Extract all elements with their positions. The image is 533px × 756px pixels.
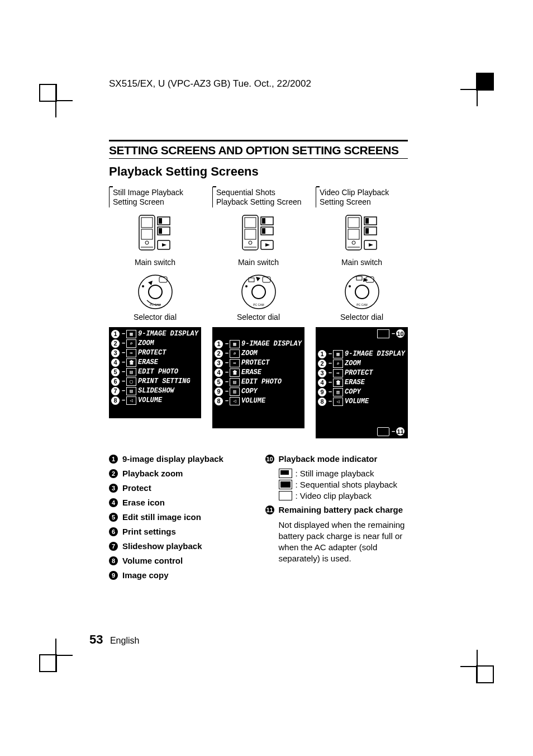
page-language: English	[110, 636, 139, 645]
lcd-screen-still: 1–▦9-IMAGE DISPLAY 2–⌕ZOOM 3–⊸PROTECT 4–…	[109, 327, 201, 418]
lcd-screen-video: –10 1–▦9-IMAGE DISPLAY 2–⌕ZOOM 3–⊸PROTEC…	[316, 327, 408, 438]
legend-battery: 11Remaining battery pack charge	[265, 505, 408, 514]
svg-rect-14	[159, 277, 167, 282]
col-video: Video Clip Playback Setting Screen	[316, 187, 408, 438]
svg-rect-37	[348, 229, 359, 239]
page-footer: 53 English	[89, 632, 139, 647]
svg-marker-9	[162, 243, 166, 247]
svg-text:PC CAM: PC CAM	[356, 303, 367, 306]
col-still-image: Still Image Playback Setting Screen	[109, 187, 201, 438]
svg-text:PC CAM: PC CAM	[253, 303, 264, 306]
svg-rect-22	[262, 218, 265, 224]
section-title: SETTING SCREENS AND OPTION SETTING SCREE…	[109, 144, 408, 157]
crop-mark-tr	[460, 73, 494, 106]
lcd-screen-sequential: 1–▦9-IMAGE DISPLAY 2–⌕ZOOM 3–⊸PROTECT 4–…	[212, 327, 304, 428]
mode-sequential-icon: : Sequential shots playback	[279, 480, 408, 489]
svg-marker-16	[148, 281, 153, 285]
svg-rect-31	[263, 277, 270, 282]
doc-header: SX515/EX, U (VPC-AZ3 GB) Tue. Oct., 22/2…	[109, 78, 408, 89]
main-switch-icon	[242, 215, 275, 253]
svg-marker-26	[265, 243, 270, 247]
selector-dial-label: Selector dial	[109, 313, 201, 322]
svg-point-3	[145, 241, 149, 244]
main-switch-icon	[345, 215, 379, 253]
diagram-row: Still Image Playback Setting Screen	[109, 187, 408, 438]
legend-battery-body: Not displayed when the remaining battery…	[279, 519, 408, 565]
page-number: 53	[89, 632, 103, 646]
svg-point-38	[352, 241, 355, 244]
svg-point-12	[149, 285, 162, 299]
svg-point-13	[142, 285, 144, 287]
mode-video-icon: : Video clip playback	[279, 491, 408, 500]
legend-left: 19-image display playback 2Playback zoom…	[109, 454, 252, 585]
svg-point-30	[245, 285, 248, 287]
svg-text:PC CAM: PC CAM	[150, 303, 160, 306]
selector-dial-icon: PC CAM	[212, 272, 304, 311]
col-sequential: Sequential Shots Playback Setting Screen	[212, 187, 304, 438]
svg-rect-5	[159, 218, 162, 224]
svg-rect-52	[356, 276, 362, 280]
page: SX515/EX, U (VPC-AZ3 GB) Tue. Oct., 22/2…	[0, 0, 533, 756]
crop-mark-br	[460, 650, 494, 683]
selector-dial-icon: PC CAM	[109, 272, 201, 311]
svg-marker-33	[256, 277, 260, 281]
crop-mark-tl	[39, 84, 73, 117]
svg-rect-42	[365, 228, 369, 234]
svg-rect-49	[366, 277, 374, 282]
legend-right: 10Playback mode indicator : Still image …	[265, 454, 408, 585]
svg-point-48	[349, 285, 351, 287]
content-area: SX515/EX, U (VPC-AZ3 GB) Tue. Oct., 22/2…	[109, 78, 408, 585]
main-switch-icon	[139, 215, 172, 253]
svg-rect-2	[141, 229, 153, 239]
selector-dial-icon: PC CAM	[316, 272, 408, 311]
main-switch-label: Main switch	[109, 258, 201, 267]
svg-point-47	[355, 285, 369, 299]
mode-still-icon: : Still image playback	[279, 469, 408, 478]
selector-dial-label: Selector dial	[212, 313, 304, 322]
svg-rect-7	[159, 228, 162, 234]
svg-rect-36	[348, 218, 359, 228]
svg-marker-44	[369, 243, 373, 247]
selector-dial-label: Selector dial	[316, 313, 408, 322]
svg-rect-34	[249, 278, 254, 282]
svg-rect-18	[245, 218, 256, 228]
col-label: Still Image Playback Setting Screen	[109, 187, 201, 207]
svg-point-20	[249, 241, 252, 244]
svg-point-29	[252, 285, 265, 299]
mode-indicator-icon: –10	[377, 329, 406, 338]
battery-indicator-icon: –11	[377, 427, 406, 436]
legend: 19-image display playback 2Playback zoom…	[109, 454, 408, 585]
col-label: Sequential Shots Playback Setting Screen	[212, 187, 304, 207]
legend-playback-mode: 10Playback mode indicator	[265, 454, 408, 464]
sub-title: Playback Setting Screens	[109, 164, 408, 179]
svg-rect-1	[141, 218, 153, 228]
main-switch-label: Main switch	[316, 258, 408, 267]
svg-rect-40	[365, 218, 369, 224]
svg-rect-24	[262, 228, 265, 234]
col-label: Video Clip Playback Setting Screen	[316, 187, 408, 207]
main-switch-label: Main switch	[212, 258, 304, 267]
crop-mark-bl	[39, 639, 73, 672]
svg-rect-19	[245, 229, 256, 239]
